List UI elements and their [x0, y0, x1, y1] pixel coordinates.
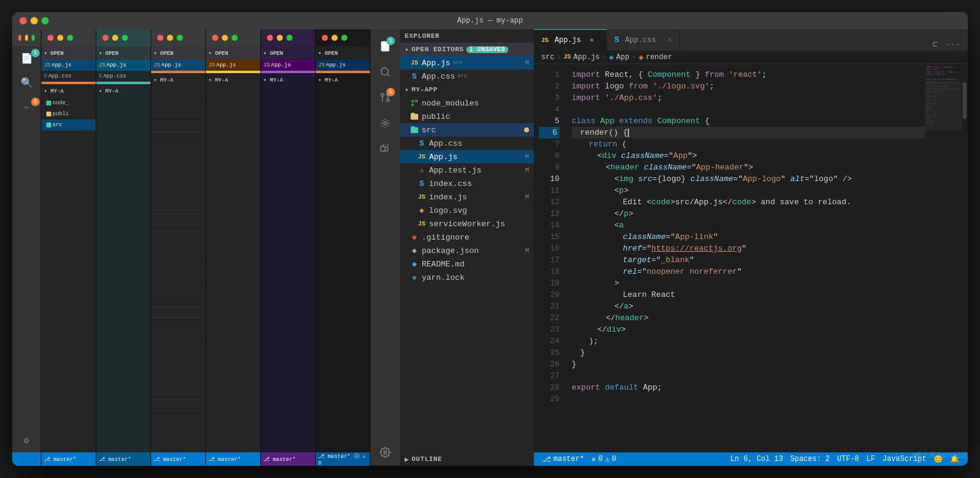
encoding-label: UTF-8 [837, 455, 859, 463]
activity-explorer[interactable]: 1 [373, 34, 397, 59]
sidebar: EXPLORER ▾ OPEN EDITORS 1 UNSAVED JS App… [400, 29, 534, 466]
code-line-18: rel="noopener noreferrer" [572, 266, 925, 277]
indexcss-icon: S [417, 179, 427, 188]
git-branch[interactable]: ⎇ master* [539, 452, 588, 466]
tree-yarnlock[interactable]: ◆ yarn.lock [400, 271, 534, 284]
tree-apptestjs[interactable]: ⚠ App.test.js M [400, 163, 534, 177]
editor-scrollbar[interactable] [962, 64, 968, 452]
tree-appcss[interactable]: S App.css [400, 137, 534, 150]
packagejson-icon: ◆ [410, 246, 419, 255]
code-content[interactable]: import React, { Component } from 'react'… [564, 64, 925, 452]
breadcrumb-src[interactable]: src [541, 53, 555, 62]
activity-settings[interactable] [373, 440, 397, 465]
minimap: import React, { Component } from 'react'… [925, 64, 962, 452]
code-line-26: } [572, 358, 925, 370]
tree-node-modules[interactable]: node_modules [400, 96, 534, 110]
breadcrumb-appjs[interactable]: App.js [573, 53, 600, 62]
open-file-appjs-src: src [453, 60, 463, 66]
code-line-22: </header> [572, 312, 925, 324]
tree-src[interactable]: src [400, 123, 534, 137]
readme-icon: ◆ [410, 259, 419, 269]
minimap-viewport[interactable] [925, 82, 962, 131]
split-editor-icon[interactable]: ⊏ [930, 38, 940, 51]
tree-indexcss[interactable]: S index.css [400, 177, 534, 190]
status-bar: ⎇ master* ✕ 0 ⚠ 0 Ln 6, Col 13 [534, 452, 968, 466]
svg-rect-10 [411, 104, 414, 106]
code-line-4 [572, 104, 925, 115]
indexcss-name: index.css [429, 179, 472, 188]
outline-header[interactable]: ▶ OUTLINE [400, 452, 534, 466]
ghost-panel-2: ▾ OPEN JS App.js S App.css ▾ MY-A node_ … [41, 29, 96, 466]
indexjs-name: index.js [429, 193, 467, 202]
apptestjs-name: App.test.js [429, 166, 481, 175]
errors-warnings[interactable]: ✕ 0 ⚠ 0 [588, 452, 620, 466]
ghost-panel-4: ▾ OPEN JS App.js ▾ MY-A ⎇ master* [151, 29, 206, 466]
scm-badge: 5 [386, 88, 395, 96]
activity-scm[interactable]: 5 [373, 85, 397, 110]
tree-gitignore[interactable]: ◆ .gitignore [400, 230, 534, 244]
public-name: public [422, 112, 450, 121]
breadcrumb-app[interactable]: App [616, 53, 630, 62]
open-file-appjs-name: App.js [422, 59, 450, 68]
open-file-appcss-src: src [458, 73, 467, 79]
tree-public[interactable]: public [400, 110, 534, 123]
eol[interactable]: LF [863, 455, 879, 463]
code-line-25: } [572, 347, 925, 358]
tree-logosvg[interactable]: ◆ logo.svg [400, 204, 534, 217]
breadcrumb-render-icon: ◈ [639, 52, 644, 62]
tab-appcss[interactable]: S App.css × [607, 29, 680, 51]
activity-bar: 1 [371, 29, 400, 466]
src-modified [524, 127, 529, 132]
code-line-24: ); [572, 335, 925, 347]
logosvg-icon: ◆ [417, 205, 427, 215]
apptestjs-icon: ⚠ [417, 165, 427, 175]
minimize-button[interactable] [30, 17, 38, 24]
my-app-header[interactable]: ▾ MY-APP [400, 83, 534, 96]
appjs-tree-name: App.js [429, 152, 458, 162]
activity-extensions[interactable] [373, 137, 397, 161]
activity-search[interactable] [373, 60, 397, 84]
yarnlock-icon: ◆ [410, 273, 419, 282]
code-line-7: return ( [572, 138, 925, 150]
open-file-appcss[interactable]: S App.css src [400, 70, 534, 83]
cursor-position[interactable]: Ln 6, Col 13 [726, 455, 786, 463]
tree-appjs[interactable]: JS App.js M [400, 150, 534, 163]
activity-debug[interactable] [373, 111, 397, 135]
tree-readme[interactable]: ◆ README.md [400, 257, 534, 271]
appjs-tree-icon: JS [417, 152, 427, 162]
open-editors-header[interactable]: ▾ OPEN EDITORS 1 UNSAVED [400, 43, 534, 56]
code-line-16: href="https://reactjs.org" [572, 243, 925, 254]
unsaved-badge: 1 UNSAVED [466, 46, 508, 53]
tree-serviceworker[interactable]: JS serviceWorker.js [400, 217, 534, 230]
public-icon [410, 112, 419, 121]
breadcrumb-sep3: › [632, 53, 636, 62]
tab-appjs[interactable]: JS App.js ● [534, 29, 607, 51]
svg-point-5 [384, 122, 387, 125]
maximize-button[interactable] [41, 17, 49, 24]
warning-icon: ⚠ [605, 455, 609, 464]
line-numbers: 1234 5 6 78910 11121314 15161718 1920212… [534, 64, 564, 452]
close-button[interactable] [20, 17, 27, 24]
tab-appcss-close[interactable]: × [667, 35, 672, 45]
code-line-14: <a [572, 219, 925, 231]
readme-name: README.md [422, 260, 464, 269]
window-title: App.js — my-app [457, 16, 523, 25]
breadcrumb-render[interactable]: render [646, 53, 672, 62]
breadcrumb-app-icon: ◆ [609, 52, 614, 62]
encoding[interactable]: UTF-8 [834, 455, 863, 463]
code-line-6: render() { [572, 127, 925, 138]
more-actions-icon[interactable]: ··· [943, 38, 963, 51]
explorer-label: EXPLORER [405, 32, 439, 40]
ghost-panel-3: ▾ OPEN JS App.js S App.css ▾ MY-A ⎇ mast… [96, 29, 151, 466]
open-file-appjs[interactable]: JS App.js src M [400, 56, 534, 70]
svg-rect-9 [415, 100, 417, 102]
appcss-tree-icon: S [417, 138, 427, 148]
breadcrumb-sep2: › [602, 53, 606, 62]
indent-info[interactable]: Spaces: 2 [787, 455, 834, 463]
code-line-3: import './App.css'; [572, 92, 925, 104]
tree-indexjs[interactable]: JS index.js M [400, 190, 534, 204]
tab-appjs-close[interactable]: ● [589, 36, 594, 45]
code-line-9: <header className="App-header"> [572, 162, 925, 173]
tree-packagejson[interactable]: ◆ package.json M [400, 244, 534, 257]
scrollbar-thumb[interactable] [963, 82, 967, 119]
